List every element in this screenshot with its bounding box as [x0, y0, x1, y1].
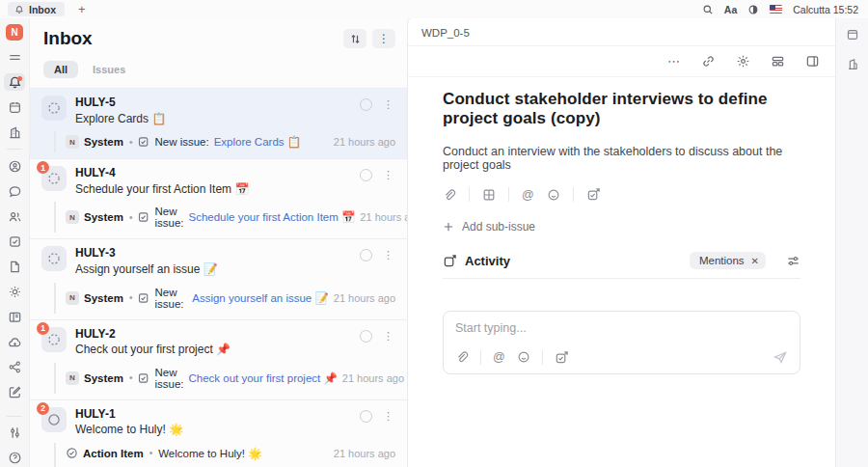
notification-card[interactable]: 1HULY-2Check out your first project 📌⋮NS… — [30, 319, 407, 399]
issue-subtitle: Check out your first project 📌 — [75, 343, 351, 358]
tracker-checkbox-icon[interactable] — [4, 233, 25, 250]
planner-calendar-icon[interactable] — [4, 98, 25, 116]
workspace-logo[interactable]: N — [6, 24, 23, 41]
composer-attach-icon[interactable] — [455, 350, 469, 364]
drive-cloud-icon[interactable] — [4, 333, 25, 350]
copy-link-icon[interactable] — [701, 54, 716, 69]
timestamp: 21 hours ago — [334, 136, 395, 148]
activity-row[interactable]: NSystem•New issue:Assign yourself an iss… — [56, 283, 397, 314]
mark-read-radio[interactable] — [360, 249, 372, 261]
main-menu-icon[interactable] — [4, 48, 25, 66]
help-question-icon[interactable] — [4, 450, 25, 467]
inbox-bell-icon[interactable] — [4, 73, 25, 91]
top-bar: Inbox + Aa Calcutta 15:52 — [0, 0, 868, 18]
issue-detail-panel: WDP_0-5 ⋯ Conduct stakeholder interviews… — [407, 18, 835, 467]
notification-card[interactable]: 1HULY-4Schedule your first Action Item 📅… — [30, 158, 407, 238]
language-flag-icon[interactable] — [770, 5, 782, 14]
mark-read-radio[interactable] — [360, 330, 372, 343]
system-avatar: N — [66, 291, 79, 305]
action-item-add-icon[interactable] — [586, 187, 601, 202]
inbox-menu-button[interactable]: ⋮ — [372, 29, 395, 48]
activity-thread: NSystem•New issue:Check out your first p… — [54, 363, 397, 394]
new-tab-button[interactable]: + — [78, 3, 86, 15]
send-message-icon[interactable] — [773, 349, 788, 365]
issue-link[interactable]: Schedule your first Action Item 📅 — [188, 210, 355, 224]
config-sliders-icon[interactable] — [4, 425, 25, 442]
mention-at-icon[interactable]: @ — [522, 188, 534, 202]
activity-row[interactable]: NSystem•New issue:Check out your first p… — [56, 363, 397, 394]
hr-people-icon[interactable] — [4, 207, 25, 225]
card-menu-icon[interactable]: ⋮ — [383, 330, 393, 343]
font-size-button[interactable]: Aa — [724, 4, 737, 15]
activity-row[interactable]: NSystem•New issue:Explore Cards 📋21 hour… — [56, 131, 397, 152]
mark-read-radio[interactable] — [360, 169, 372, 181]
activity-thread: NSystem•New issue:Assign yourself an iss… — [54, 283, 397, 314]
issue-description[interactable]: Conduct an interview with the stakeholde… — [443, 145, 800, 172]
mark-read-radio[interactable] — [360, 98, 372, 111]
app-sidebar: N — [0, 18, 29, 467]
composer-placeholder[interactable]: Start typing... — [455, 321, 788, 335]
inbox-panel: Inbox ⋮ AllIssues HULY-5Explore Cards 📋⋮… — [29, 18, 407, 467]
documents-file-icon[interactable] — [4, 258, 25, 275]
office-widget-icon[interactable] — [846, 58, 859, 71]
card-menu-icon[interactable]: ⋮ — [383, 249, 393, 261]
testing-sun-icon[interactable] — [4, 283, 25, 300]
notification-card[interactable]: 2HULY-1Welcome to Huly! 🌟⋮Action Item•We… — [30, 399, 407, 467]
composer-emoji-icon[interactable] — [517, 350, 530, 364]
new-issue-icon — [138, 136, 149, 148]
card-menu-icon[interactable]: ⋮ — [383, 410, 393, 423]
activity-icon — [443, 254, 457, 268]
filter-tab-all[interactable]: All — [43, 61, 78, 78]
mentions-filter-chip[interactable]: Mentions ✕ — [690, 252, 766, 269]
issue-title[interactable]: Conduct stakeholder interviews to define… — [443, 90, 800, 128]
issue-subtitle: Assign yourself an issue 📝 — [75, 262, 351, 278]
card-menu-icon[interactable]: ⋮ — [383, 169, 393, 181]
system-avatar: N — [66, 210, 79, 224]
more-actions-button[interactable]: ⋯ — [667, 54, 681, 69]
process-flow-icon[interactable] — [4, 358, 25, 375]
card-menu-icon[interactable]: ⋮ — [383, 98, 393, 111]
theme-contrast-icon[interactable] — [747, 4, 759, 15]
system-avatar: N — [66, 135, 79, 149]
office-building-icon[interactable] — [4, 124, 25, 141]
breadcrumb[interactable]: WDP_0-5 — [408, 18, 835, 46]
notes-edit-icon[interactable] — [4, 383, 25, 400]
comment-composer[interactable]: Start typing... @ — [443, 311, 800, 374]
notification-card[interactable]: HULY-3Assign yourself an issue 📝⋮NSystem… — [30, 238, 407, 318]
activity-thread: NSystem•New issue:Explore Cards 📋21 hour… — [54, 131, 397, 152]
action-item-icon — [66, 447, 78, 459]
issue-link[interactable]: Explore Cards 📋 — [214, 135, 301, 149]
attach-paperclip-icon[interactable] — [443, 188, 456, 202]
composer-mention-icon[interactable]: @ — [493, 350, 505, 364]
layout-grid-icon[interactable] — [771, 54, 785, 69]
contacts-person-icon[interactable] — [4, 157, 25, 175]
settings-gear-icon[interactable] — [736, 54, 750, 69]
action-text: New issue: — [154, 136, 208, 148]
issue-id: HULY-5 — [75, 96, 351, 111]
actor-name: System — [84, 136, 123, 148]
timestamp: 21 hours ago — [334, 292, 395, 304]
table-icon[interactable] — [482, 188, 496, 202]
tab-inbox[interactable]: Inbox — [8, 2, 65, 16]
timezone-clock[interactable]: Calcutta 15:52 — [793, 4, 858, 15]
remove-filter-icon[interactable]: ✕ — [751, 256, 759, 266]
issue-link[interactable]: Assign yourself an issue 📝 — [192, 291, 329, 305]
cards-book-icon[interactable] — [4, 308, 25, 325]
sort-button[interactable] — [343, 29, 366, 48]
issue-link[interactable]: Check out your first project 📌 — [188, 371, 337, 385]
filter-tab-issues[interactable]: Issues — [82, 61, 136, 78]
activity-row[interactable]: NSystem•New issue:Schedule your first Ac… — [56, 202, 397, 233]
activity-row[interactable]: Action Item•Welcome to Huly! 🌟21 hours a… — [56, 443, 397, 464]
emoji-smiley-icon[interactable] — [547, 188, 560, 202]
add-sub-issue-button[interactable]: Add sub-issue — [443, 220, 800, 234]
side-panel-toggle-icon[interactable] — [805, 54, 820, 69]
issue-id: HULY-2 — [75, 327, 351, 343]
actor-name: Action Item — [83, 448, 144, 459]
composer-action-item-icon[interactable] — [555, 350, 569, 365]
notification-card[interactable]: HULY-5Explore Cards 📋⋮NSystem•New issue:… — [30, 88, 407, 158]
chat-bubble-icon[interactable] — [4, 182, 25, 200]
mark-read-radio[interactable] — [360, 410, 372, 423]
search-icon[interactable] — [702, 4, 714, 15]
planner-widget-icon[interactable] — [846, 28, 859, 41]
activity-filter-sliders-icon[interactable] — [786, 254, 800, 268]
